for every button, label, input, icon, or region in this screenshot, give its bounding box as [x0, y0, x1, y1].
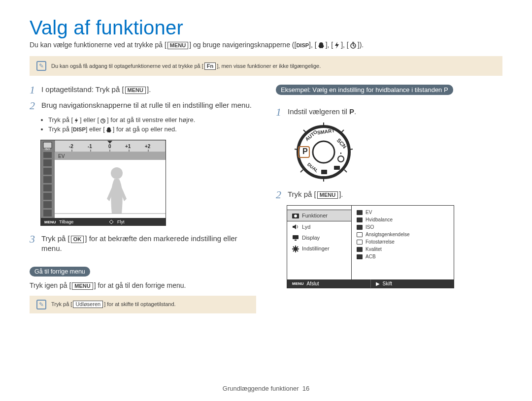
t: Tryk på [ — [51, 301, 72, 307]
svg-point-35 — [313, 141, 334, 163]
menu-right-pane: EV Hvidbalance ISO Ansigtsgenkendelse Fo… — [351, 206, 454, 279]
label: Funktioner — [302, 213, 328, 218]
submenu-hvidbalance: Hvidbalance — [352, 216, 454, 223]
svg-point-29 — [111, 167, 123, 179]
t: ] for at gå til den forrige menu. — [94, 281, 186, 289]
manual-page: Valg af funktioner Du kan vælge funktion… — [0, 0, 532, 401]
step-number: 1 — [30, 85, 41, 95]
label: Skift — [383, 281, 392, 286]
svg-rect-54 — [293, 235, 299, 239]
label: Kvalitet — [366, 247, 382, 252]
svg-point-56 — [294, 247, 298, 251]
submenu-ansigt: Ansigtsgenkendelse — [352, 231, 454, 238]
t: Indstil vælgeren til — [288, 107, 349, 116]
note-text: Tryk på [Udløseren] for at skifte til op… — [51, 301, 176, 308]
label: Fotostørrelse — [366, 239, 395, 245]
step-1: 1 I optagetilstand: Tryk på [MENU]. — [30, 85, 256, 95]
bullet: Tryk på [DISP] eller [] for at gå op ell… — [48, 125, 256, 133]
camera-icon — [292, 213, 298, 218]
intro-text: Du kan vælge funktionerne ved at trykke … — [30, 41, 502, 49]
shutter-key-icon: Udløseren — [73, 301, 103, 308]
t: Tryk på [ — [48, 125, 73, 133]
step-text: Brug navigationsknapperne til at rulle t… — [41, 100, 256, 111]
step-text: Indstil vælgeren til P. — [288, 107, 502, 118]
label: Ansigtsgenkendelse — [366, 232, 410, 237]
submenu-acb: ACB — [352, 253, 454, 260]
step-text: I optagetilstand: Tryk på [MENU]. — [41, 85, 256, 95]
svg-line-62 — [297, 250, 298, 251]
svg-rect-8 — [43, 159, 52, 166]
svg-text:+1: +1 — [125, 144, 131, 149]
arrow-right-icon: ▶ — [376, 281, 380, 286]
ok-key-icon: OK — [71, 236, 84, 243]
disp-key: DISP — [73, 126, 86, 132]
bar-exit: MENUAfslut — [287, 279, 370, 288]
svg-text:0: 0 — [108, 144, 111, 149]
step-number: 3 — [30, 234, 41, 254]
t: ], [ — [326, 41, 333, 49]
svg-text:Tilbage: Tilbage — [59, 219, 73, 224]
t: ]. — [339, 190, 343, 198]
step-text: Tryk på [MENU]. — [288, 189, 502, 200]
label: Indstillinger — [302, 246, 330, 251]
fn-key-icon: Fn — [204, 62, 216, 70]
svg-line-43 — [303, 130, 306, 132]
svg-text:-2: -2 — [69, 144, 73, 149]
svg-rect-49 — [334, 166, 340, 170]
svg-rect-9 — [43, 168, 52, 175]
note-text: Du kan også få adgang til optagefunktion… — [51, 62, 321, 70]
macro-icon — [318, 42, 325, 49]
svg-rect-14 — [43, 210, 52, 216]
svg-text:-1: -1 — [88, 144, 92, 149]
step-r2: 2 Tryk på [MENU]. — [276, 189, 502, 200]
info-note: ✎ Tryk på [Udløseren] for at skifte til … — [30, 296, 256, 313]
camera-menu-screen: Funktioner Lyd Display Indstillinger EV … — [287, 205, 502, 288]
face-icon — [357, 232, 363, 237]
svg-line-39 — [344, 170, 347, 172]
info-icon: ✎ — [36, 61, 46, 71]
disp-key: DISP — [296, 42, 309, 48]
menu-key-icon: MENU — [167, 42, 188, 49]
svg-rect-55 — [295, 240, 297, 241]
label: ACB — [366, 254, 376, 259]
camera-screen-ev: ISO -2-10+1+2 — [40, 140, 256, 226]
flash-icon — [334, 42, 340, 49]
svg-line-64 — [293, 250, 294, 251]
sound-icon — [292, 224, 298, 230]
t: Tryk på [ — [41, 234, 70, 243]
right-column: Eksempel: Vælg en indstilling for hvidba… — [276, 85, 502, 322]
iso-icon — [357, 225, 363, 230]
step-text: Tryk på [OK] for at bekræfte den markere… — [41, 234, 256, 254]
submenu-ev: EV — [352, 209, 454, 216]
menu-key-icon: MENU — [72, 282, 93, 290]
t: ], [ — [341, 41, 349, 49]
two-column-layout: 1 I optagetilstand: Tryk på [MENU]. 2 Br… — [30, 85, 502, 322]
svg-rect-27 — [55, 152, 166, 160]
size-icon — [357, 240, 363, 245]
info-icon: ✎ — [36, 300, 46, 309]
submenu-iso: ISO — [352, 223, 454, 231]
label: Display — [302, 235, 320, 241]
step-number: 1 — [276, 107, 288, 118]
flash-icon — [74, 118, 79, 123]
step-number: 2 — [276, 189, 288, 200]
svg-rect-7 — [43, 152, 52, 158]
timer-icon — [350, 42, 357, 49]
svg-rect-12 — [43, 193, 52, 200]
svg-text:+2: +2 — [145, 144, 151, 149]
quality-icon — [357, 247, 363, 252]
sub-bullets: Tryk på [] eller [] for at gå til venstr… — [41, 116, 256, 133]
subsection-heading: Gå til forrige menu — [30, 267, 90, 277]
svg-line-37 — [341, 130, 344, 132]
svg-text:EV: EV — [58, 154, 65, 159]
svg-line-42 — [295, 149, 298, 150]
label: Lyd — [302, 224, 310, 230]
ev-icon — [357, 210, 363, 215]
menu-key-icon: MENU — [125, 87, 146, 94]
t: Du kan vælge funktionerne ved at trykke … — [30, 41, 166, 49]
t: ] og bruge navigeringsknapperne ([ — [189, 41, 296, 49]
back-instruction: Tryk igen på [MENU] for at gå til den fo… — [30, 281, 256, 290]
t: Tryk igen på [ — [30, 281, 71, 289]
svg-rect-13 — [43, 201, 52, 208]
footer-page-number: 16 — [302, 385, 309, 392]
